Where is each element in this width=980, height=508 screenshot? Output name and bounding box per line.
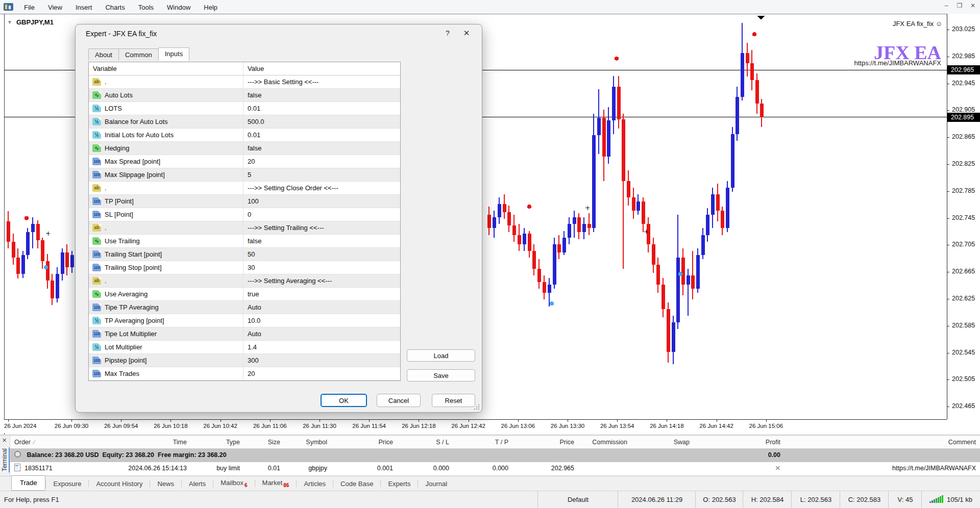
column-commission[interactable]: Commission [578,436,631,448]
column-s-l[interactable]: S / L [397,436,453,448]
terminal-tab-market[interactable]: Market86 [255,477,297,490]
menu-view[interactable]: View [41,1,69,14]
param-value[interactable]: 300 [243,354,400,367]
param-value[interactable]: false [243,89,400,101]
time-axis[interactable]: 26 Jun 202426 Jun 09:3026 Jun 09:5426 Ju… [4,419,947,433]
chart-collapse-icon[interactable]: ▼ [7,19,12,25]
param-row[interactable]: ab.--->> Setting Averaging <<--- [89,274,400,288]
terminal-close-icon[interactable]: ✕ [2,437,7,444]
param-row[interactable]: 123Max Slippage [point]5 [89,168,400,182]
terminal-tab-account-history[interactable]: Account History [89,478,150,490]
param-value[interactable]: 0 [243,208,400,221]
status-profile[interactable]: Default [537,491,618,508]
param-row[interactable]: ab.--->> Setting Close Order <<--- [89,182,400,195]
resize-grip[interactable] [474,404,480,410]
param-value[interactable]: 500.0 [243,115,400,128]
param-value[interactable]: 1.4 [243,341,400,353]
param-row[interactable]: 123Pipstep [point]300 [89,354,400,367]
column-price[interactable]: Price [331,436,397,448]
terminal-tab-trade[interactable]: Trade [11,475,45,491]
column-comment[interactable]: Comment [785,436,980,448]
chart-symbol-label[interactable]: ▼ GBPJPY,M1 [7,18,54,26]
param-value[interactable]: Auto [243,301,400,314]
column-swap[interactable]: Swap [631,436,694,448]
column-time[interactable]: Time [92,436,191,448]
param-value[interactable]: 0.01 [243,129,400,141]
column-type[interactable]: Type [191,436,244,448]
param-row[interactable]: ab.--->> Basic Setting <<--- [89,75,400,89]
terminal-tab-news[interactable]: News [150,478,181,490]
menu-insert[interactable]: Insert [69,1,99,14]
column-symbol[interactable]: Symbol [284,436,331,448]
price-axis[interactable]: 203.025202.985202.945202.905202.865202.8… [947,14,980,419]
terminal-tab-mailbox[interactable]: Mailbox6 [213,477,254,490]
menu-tools[interactable]: Tools [132,1,160,14]
param-value[interactable]: 10.0 [243,314,400,327]
menu-help[interactable]: Help [197,1,224,14]
param-row[interactable]: 123Max Trades20 [89,367,400,380]
param-row[interactable]: ab.--->> Setting Trailing <<--- [89,221,400,235]
param-row[interactable]: ½Balance for Auto Lots500.0 [89,115,400,129]
terminal-tab-code-base[interactable]: Code Base [333,478,380,490]
cancel-button[interactable]: Cancel [377,394,421,407]
param-row[interactable]: ∿Auto Lotsfalse [89,89,400,102]
column-price[interactable]: Price [512,436,578,448]
param-row[interactable]: 123TP [Point]100 [89,195,400,208]
restore-icon[interactable]: ❐ [955,2,964,9]
param-value[interactable]: 5 [243,168,400,181]
column-t-p[interactable]: T / P [453,436,512,448]
balance-row[interactable]: Balance: 23 368.20 USD Equity: 23 368.20… [10,449,980,462]
close-icon[interactable]: ✕ [969,2,977,9]
column-profit[interactable]: Profit [694,436,785,448]
param-row[interactable]: 123Max Spread [point]20 [89,155,400,168]
param-row[interactable]: 123SL [Point]0 [89,208,400,221]
param-row[interactable]: ∿Use Trailingfalse [89,235,400,248]
order-delete[interactable]: ✕ [694,462,785,475]
column-order[interactable]: Order∕ [10,436,92,448]
column-size[interactable]: Size [244,436,284,448]
param-value[interactable]: 20 [243,367,400,380]
param-row[interactable]: 123Magic Number777 [89,380,400,381]
chart-shift-icon[interactable] [757,16,765,20]
help-icon[interactable]: ? [443,29,452,37]
dialog-title[interactable]: Expert - JFX EA fix_fix [76,24,482,43]
terminal-tab-articles[interactable]: Articles [297,478,333,490]
param-value[interactable]: Auto [243,327,400,340]
menu-window[interactable]: Window [160,1,197,14]
param-row[interactable]: 123Trailing Stop [point]30 [89,261,400,274]
param-row[interactable]: ½LOTS0.01 [89,102,400,115]
order-row[interactable]: 183511712024.06.26 15:14:13buy limit0.01… [10,462,980,475]
param-row[interactable]: ∿Use Averagingtrue [89,288,400,301]
param-row[interactable]: 123Tipe Lot MultiplierAuto [89,327,400,341]
param-row[interactable]: ∿Hedgingfalse [89,142,400,155]
close-icon[interactable]: ✕ [461,29,472,38]
param-value[interactable]: 777 [243,380,400,381]
param-value[interactable]: false [243,142,400,155]
param-value[interactable]: 0.01 [243,102,400,115]
param-row[interactable]: 123Tipe TP AveragingAuto [89,301,400,314]
save-button[interactable]: Save [407,369,475,382]
param-row[interactable]: ½Lot Multiplier1.4 [89,341,400,354]
terminal-tab-alerts[interactable]: Alerts [182,478,213,490]
terminal-tab-journal[interactable]: Journal [418,478,454,490]
tab-inputs[interactable]: Inputs [158,47,189,61]
menu-charts[interactable]: Charts [99,1,131,14]
param-value[interactable]: --->> Setting Close Order <<--- [243,182,400,194]
param-value[interactable]: 100 [243,195,400,208]
load-button[interactable]: Load [407,349,475,362]
terminal-tab-experts[interactable]: Experts [381,478,418,490]
ok-button[interactable]: OK [321,394,367,407]
param-value[interactable]: false [243,235,400,247]
param-value[interactable]: 20 [243,155,400,168]
param-row[interactable]: 123Trailing Start [point]50 [89,248,400,261]
tab-about[interactable]: About [88,48,119,61]
param-value[interactable]: --->> Setting Trailing <<--- [243,221,400,234]
minimize-icon[interactable]: – [942,2,950,9]
param-value[interactable]: --->> Basic Setting <<--- [243,75,400,88]
param-value[interactable]: true [243,288,400,300]
terminal-vertical-label[interactable]: Terminal [1,447,10,472]
tab-common[interactable]: Common [118,48,159,61]
menu-file[interactable]: File [17,1,41,14]
param-row[interactable]: ½Initial Lots for Auto Lots0.01 [89,129,400,142]
param-value[interactable]: 50 [243,248,400,261]
